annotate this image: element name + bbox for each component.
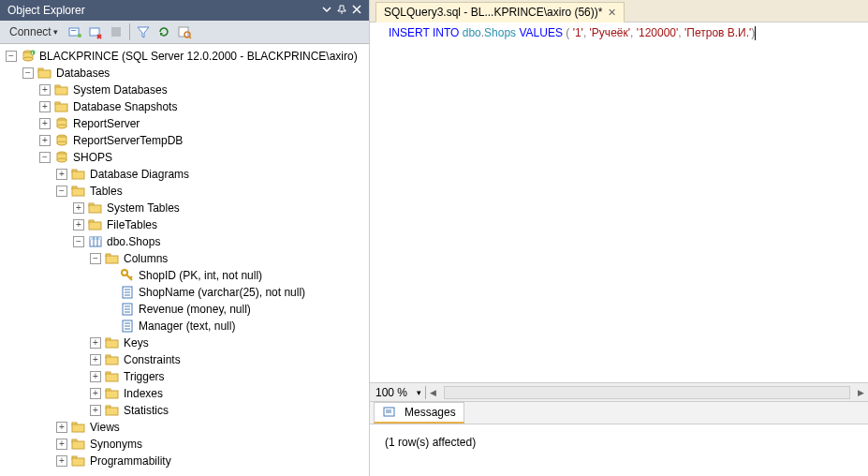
svg-rect-0 xyxy=(69,28,79,36)
database-icon xyxy=(54,150,69,165)
svg-point-28 xyxy=(57,158,66,162)
window-position-icon[interactable] xyxy=(322,4,331,17)
shops-db-node[interactable]: − SHOPS xyxy=(0,149,369,166)
database-diagrams-node[interactable]: + Database Diagrams xyxy=(0,166,369,183)
databases-node[interactable]: − Databases xyxy=(0,65,369,82)
filter-icon[interactable] xyxy=(136,24,151,39)
views-node[interactable]: + Views xyxy=(0,419,369,436)
filetables-node[interactable]: + FileTables xyxy=(0,216,369,233)
server-node[interactable]: − BLACKPRINCE (SQL Server 12.0.2000 - BL… xyxy=(0,48,369,65)
expander-icon[interactable]: + xyxy=(90,337,101,349)
folder-icon xyxy=(71,167,86,182)
svg-rect-42 xyxy=(106,256,118,263)
close-icon[interactable]: ✕ xyxy=(608,7,616,19)
expander-icon[interactable]: + xyxy=(56,439,67,450)
reportservertempdb-node[interactable]: + ReportServerTempDB xyxy=(0,132,369,149)
statistics-node[interactable]: + Statistics xyxy=(0,402,369,419)
expander-icon[interactable]: + xyxy=(39,135,51,146)
database-icon xyxy=(54,133,69,148)
server-label: BLACKPRINCE (SQL Server 12.0.2000 - BLAC… xyxy=(39,50,358,63)
expander-icon[interactable]: + xyxy=(39,118,51,129)
toolbar-separator xyxy=(129,23,130,40)
messages-text: (1 row(s) affected) xyxy=(385,436,853,449)
svg-rect-19 xyxy=(55,104,67,112)
database-icon xyxy=(54,116,69,131)
sql-editor[interactable]: INSERT INTO dbo.Shops VALUES ( '1', 'Руч… xyxy=(370,22,868,382)
object-explorer-tree[interactable]: − BLACKPRINCE (SQL Server 12.0.2000 - BL… xyxy=(0,44,369,476)
svg-rect-1 xyxy=(71,30,76,31)
reportserver-node[interactable]: + ReportServer xyxy=(0,115,369,132)
folder-icon xyxy=(105,369,120,384)
svg-rect-59 xyxy=(106,357,118,364)
scroll-right-icon[interactable]: ▶ xyxy=(854,388,868,397)
messages-body[interactable]: (1 row(s) affected) xyxy=(370,424,868,476)
expander-icon[interactable]: + xyxy=(56,422,67,433)
svg-rect-57 xyxy=(106,340,118,348)
editor-tab-label: SQLQuery3.sql - BL...KPRINCE\axiro (56))… xyxy=(384,6,602,19)
triggers-node[interactable]: + Triggers xyxy=(0,368,369,385)
folder-icon xyxy=(71,184,86,199)
editor-pane: SQLQuery3.sql - BL...KPRINCE\axiro (56))… xyxy=(370,0,868,476)
expander-icon[interactable]: + xyxy=(39,101,51,112)
expander-icon[interactable]: + xyxy=(39,84,51,96)
column-revenue-node[interactable]: Revenue (money, null) xyxy=(0,301,369,318)
svg-point-25 xyxy=(57,141,66,145)
svg-rect-65 xyxy=(106,408,118,415)
svg-rect-34 xyxy=(89,205,101,213)
column-shopname-node[interactable]: ShopName (varchar(25), not null) xyxy=(0,284,369,301)
folder-icon xyxy=(105,335,120,350)
sql-line: INSERT INTO dbo.Shops VALUES ( '1', 'Руч… xyxy=(370,26,868,40)
system-databases-node[interactable]: + System Databases xyxy=(0,82,369,98)
folder-icon xyxy=(54,99,69,114)
connect-icon[interactable] xyxy=(67,24,82,39)
expander-icon[interactable]: + xyxy=(56,455,67,467)
expander-icon[interactable]: + xyxy=(90,405,101,416)
keys-node[interactable]: + Keys xyxy=(0,335,369,351)
expander-icon[interactable]: − xyxy=(6,51,17,62)
system-tables-node[interactable]: + System Tables xyxy=(0,200,369,216)
database-snapshots-node[interactable]: + Database Snapshots xyxy=(0,98,369,115)
expander-icon[interactable]: − xyxy=(73,236,84,247)
editor-tab[interactable]: SQLQuery3.sql - BL...KPRINCE\axiro (56))… xyxy=(375,2,625,22)
expander-icon[interactable]: − xyxy=(56,186,67,197)
stop-icon[interactable] xyxy=(109,24,124,39)
expander-icon[interactable]: + xyxy=(56,169,67,180)
expander-icon[interactable]: − xyxy=(22,67,34,79)
synonyms-node[interactable]: + Synonyms xyxy=(0,436,369,453)
constraints-node[interactable]: + Constraints xyxy=(0,351,369,368)
column-manager-node[interactable]: Manager (text, null) xyxy=(0,318,369,335)
chevron-down-icon[interactable]: ▾ xyxy=(413,388,425,397)
indexes-node[interactable]: + Indexes xyxy=(0,385,369,402)
expander-icon[interactable]: + xyxy=(90,371,101,382)
text-cursor xyxy=(755,26,756,40)
folder-icon xyxy=(105,251,120,266)
messages-tab-label: Messages xyxy=(405,406,456,419)
svg-rect-15 xyxy=(38,70,51,78)
object-explorer-toolbar: Connect xyxy=(0,21,369,44)
close-icon[interactable] xyxy=(352,4,361,17)
search-icon[interactable] xyxy=(177,24,192,39)
zoom-value[interactable]: 100 % xyxy=(370,386,413,399)
columns-node[interactable]: − Columns xyxy=(0,250,369,267)
scroll-left-icon[interactable]: ◀ xyxy=(426,388,440,397)
refresh-icon[interactable] xyxy=(156,24,171,39)
expander-icon[interactable]: + xyxy=(90,354,101,365)
horizontal-scrollbar[interactable] xyxy=(444,386,850,399)
tables-node[interactable]: − Tables xyxy=(0,183,369,200)
expander-icon[interactable]: + xyxy=(73,219,84,231)
expander-icon[interactable]: − xyxy=(90,253,101,264)
messages-tab[interactable]: Messages xyxy=(374,402,464,424)
pin-icon[interactable] xyxy=(337,4,346,17)
zoom-bar: 100 % ▾ ◀ ▶ xyxy=(370,382,868,401)
column-icon xyxy=(120,302,135,317)
svg-point-22 xyxy=(57,125,66,128)
disconnect-icon[interactable] xyxy=(88,24,103,39)
programmability-node[interactable]: + Programmability xyxy=(0,453,369,469)
expander-icon[interactable]: + xyxy=(73,202,84,214)
expander-icon[interactable]: + xyxy=(90,388,101,399)
dbo-shops-node[interactable]: − dbo.Shops xyxy=(0,233,369,250)
expander-icon[interactable]: − xyxy=(39,152,51,163)
connect-button[interactable]: Connect xyxy=(6,24,62,39)
folder-icon xyxy=(105,403,120,418)
column-shopid-node[interactable]: ShopID (PK, int, not null) xyxy=(0,267,369,284)
